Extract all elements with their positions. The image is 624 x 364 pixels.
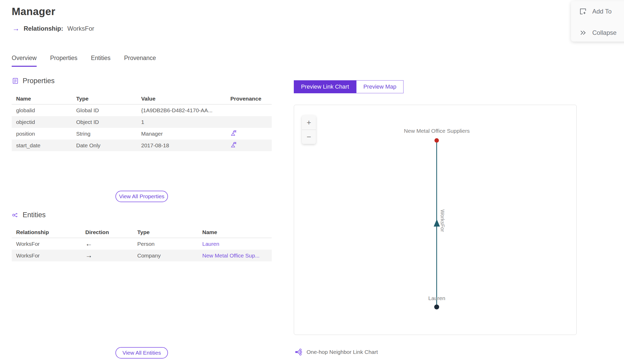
entities-table-header: Relationship Direction Type Name bbox=[12, 227, 272, 238]
col-relationship: Relationship bbox=[12, 229, 85, 235]
col-value: Value bbox=[141, 96, 223, 102]
prop-value: 2017-08-18 bbox=[141, 142, 223, 149]
provenance-flag-icon[interactable] bbox=[230, 130, 237, 136]
entity-relationship: WorksFor bbox=[12, 253, 85, 259]
tab-entities[interactable]: Entities bbox=[91, 55, 110, 67]
edge-label: WorksFor bbox=[439, 204, 446, 237]
double-chevron-right-icon bbox=[579, 29, 587, 36]
col-type: Type bbox=[137, 229, 202, 235]
properties-section-title: Properties bbox=[23, 77, 55, 85]
node-company[interactable] bbox=[434, 138, 439, 143]
relationship-subtitle: → Relationship: WorksFor bbox=[12, 25, 94, 32]
relationship-arrow-icon: → bbox=[12, 25, 20, 32]
prop-type: Object ID bbox=[76, 119, 141, 125]
zoom-in-button[interactable]: + bbox=[302, 115, 316, 130]
direction-arrow-right-icon: → bbox=[85, 252, 137, 260]
view-all-properties-button[interactable]: View All Properties bbox=[115, 191, 168, 202]
tab-properties[interactable]: Properties bbox=[50, 55, 77, 67]
prop-type: String bbox=[76, 131, 141, 137]
col-name: Name bbox=[12, 96, 76, 102]
chart-caption-label: One-hop Neighbor Link Chart bbox=[307, 349, 378, 355]
add-to-button[interactable]: Add To bbox=[571, 3, 624, 20]
zoom-out-button[interactable]: − bbox=[302, 130, 316, 144]
provenance-flag-icon[interactable] bbox=[230, 141, 237, 148]
preview-link-chart-button[interactable]: Preview Link Chart bbox=[294, 80, 356, 93]
prop-provenance-cell bbox=[223, 141, 272, 149]
link-chart-panel: + − WorksFor New Metal Office Suppliers … bbox=[294, 105, 577, 335]
col-direction: Direction bbox=[85, 229, 137, 235]
side-action-panel: Add To Collapse bbox=[571, 1, 624, 42]
properties-table: Name Type Value Provenance globalid Glob… bbox=[12, 93, 272, 151]
entity-name-link[interactable]: New Metal Office Sup... bbox=[202, 253, 259, 259]
node-person[interactable] bbox=[434, 305, 439, 309]
node-label-person: Lauren bbox=[372, 295, 502, 301]
col-name: Name bbox=[202, 229, 272, 235]
table-row: WorksFor ← Person Lauren bbox=[12, 238, 272, 250]
prop-name: globalid bbox=[12, 107, 76, 114]
tab-provenance[interactable]: Provenance bbox=[124, 55, 156, 67]
prop-name: objectid bbox=[12, 119, 76, 125]
direction-arrow-left-icon: ← bbox=[85, 240, 137, 248]
col-type: Type bbox=[76, 96, 141, 102]
page-title: Manager bbox=[12, 6, 55, 17]
zoom-control: + − bbox=[302, 115, 316, 144]
prop-value: {1A9DB2B6-D482-4170-AA... bbox=[141, 107, 223, 114]
entity-type: Company bbox=[137, 253, 202, 259]
collapse-button[interactable]: Collapse bbox=[571, 24, 624, 41]
prop-name: start_date bbox=[12, 142, 76, 149]
prop-value: 1 bbox=[141, 119, 223, 125]
col-provenance: Provenance bbox=[223, 96, 272, 102]
one-hop-link-chart-icon bbox=[295, 348, 302, 356]
app-window: Manager → Relationship: WorksFor Add To … bbox=[0, 0, 624, 364]
entities-section-header: Entities bbox=[12, 211, 46, 219]
preview-toggle: Preview Link Chart Preview Map bbox=[294, 80, 404, 93]
properties-icon bbox=[12, 77, 19, 85]
table-row: WorksFor → Company New Metal Office Sup.… bbox=[12, 250, 272, 261]
entities-section-title: Entities bbox=[23, 211, 46, 219]
entities-icon bbox=[12, 211, 19, 219]
entity-name-link[interactable]: Lauren bbox=[202, 241, 219, 247]
relationship-label: Relationship: bbox=[24, 25, 63, 32]
relationship-value: WorksFor bbox=[67, 25, 94, 32]
prop-provenance-cell bbox=[223, 130, 272, 138]
prop-name: position bbox=[12, 131, 76, 137]
add-to-icon bbox=[579, 8, 587, 15]
table-row: start_date Date Only 2017-08-18 bbox=[12, 140, 272, 151]
collapse-label: Collapse bbox=[592, 29, 616, 36]
node-label-company: New Metal Office Suppliers bbox=[372, 128, 502, 134]
prop-value: Manager bbox=[141, 131, 223, 137]
table-row: position String Manager bbox=[12, 128, 272, 140]
tab-bar: Overview Properties Entities Provenance bbox=[12, 55, 156, 67]
entity-relationship: WorksFor bbox=[12, 241, 85, 247]
chart-caption: One-hop Neighbor Link Chart bbox=[295, 348, 378, 356]
table-row: objectid Object ID 1 bbox=[12, 116, 272, 128]
preview-map-button[interactable]: Preview Map bbox=[356, 80, 404, 93]
table-row: globalid Global ID {1A9DB2B6-D482-4170-A… bbox=[12, 104, 272, 116]
tab-overview[interactable]: Overview bbox=[12, 55, 37, 67]
entities-table: Relationship Direction Type Name WorksFo… bbox=[12, 227, 272, 261]
add-to-label: Add To bbox=[592, 8, 612, 15]
properties-section-header: Properties bbox=[12, 77, 55, 85]
properties-table-header: Name Type Value Provenance bbox=[12, 93, 272, 104]
prop-type: Global ID bbox=[76, 107, 141, 114]
view-all-entities-button[interactable]: View All Entities bbox=[115, 347, 168, 359]
entity-type: Person bbox=[137, 241, 202, 247]
prop-type: Date Only bbox=[76, 142, 141, 149]
